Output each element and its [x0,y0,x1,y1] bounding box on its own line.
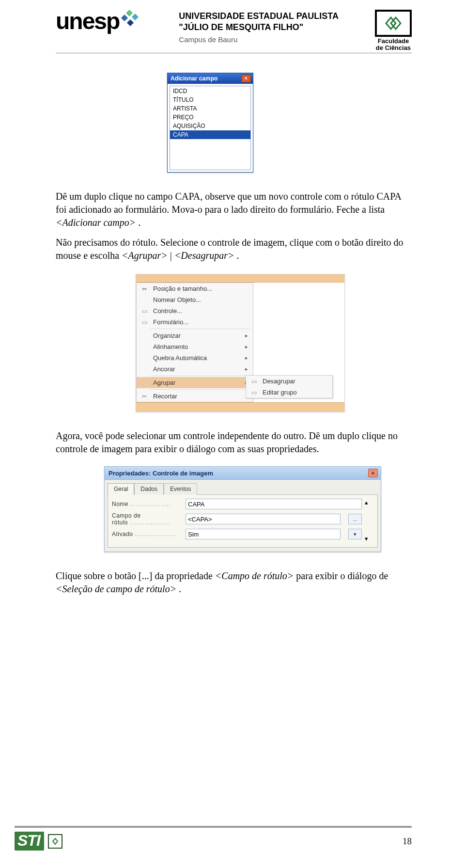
sti-mini-icon [48,834,62,849]
form-bg-strip [136,274,344,283]
position-size-icon: ⇔ [140,285,149,292]
panel-scrollbar[interactable]: ▴ ▾ [365,499,373,542]
chevron-right-icon: ▸ [245,332,248,339]
unesp-wordmark: unesp [56,10,119,33]
page-header: unesp UNIVERSIDADE ESTADUAL PAULISTA "JÚ… [56,10,412,53]
paragraph-1: Dê um duplo clique no campo CAPA, observ… [56,190,412,229]
ativado-input[interactable] [186,531,340,538]
properties-title: Propriedades: Controle de imagem [108,470,213,477]
svg-rect-0 [126,10,133,16]
svg-marker-6 [53,838,58,844]
logo-faculdade: Faculdade de Ciências [375,10,412,51]
italic-ref: <Agrupar> [122,250,168,261]
scroll-down-icon[interactable]: ▾ [365,535,373,542]
menu-separator [150,329,250,329]
context-menu-figure: ⇔ Posição e tamanho... Nomear Objeto... … [136,274,345,412]
list-item[interactable]: IDCD [170,87,250,95]
menu-item-position[interactable]: ⇔ Posição e tamanho... [137,283,253,294]
menu-item-controle[interactable]: ▭ Controle... [137,305,253,316]
menu-item-formulario[interactable]: ▭ Formulário... [137,316,253,328]
prop-select-ativado[interactable] [186,529,341,539]
form-bg-strip [136,402,344,411]
submenu-item-editar-grupo[interactable]: ▭ Editar grupo [246,387,332,398]
italic-ref: <Seleção de campo de rótulo> [56,584,176,594]
prop-label-nome: Nome [112,501,180,507]
menu-separator [150,376,250,376]
menu-item-organizar[interactable]: Organizar ▸ [137,330,253,341]
submenu-item-desagrupar[interactable]: ▭ Desagrupar [246,376,332,387]
list-item[interactable]: ARTISTA [170,104,250,113]
list-item[interactable]: PREÇO [170,113,250,122]
add-field-title: Adicionar campo [170,75,217,82]
paragraph-4: Clique sobre o botão [...] da propriedad… [56,569,412,596]
footer-rule [15,826,412,828]
prop-row-nome: Nome [112,499,362,509]
prop-label-rotulo: Campo de rótulo [112,512,180,526]
page-number: 18 [403,836,412,847]
svg-rect-1 [132,14,139,20]
context-menu[interactable]: ⇔ Posição e tamanho... Nomear Objeto... … [136,283,253,402]
logo-sti: STI [15,832,62,851]
chevron-right-icon: ▸ [245,366,248,372]
add-field-dialog: Adicionar campo × IDCD TÍTULO ARTISTA PR… [167,73,253,173]
menu-item-quebra[interactable]: Quebra Automática ▸ [137,352,253,363]
menu-item-agrupar[interactable]: Agrupar ▸ ▭ Desagrupar ▭ Editar grupo [137,377,253,388]
prop-row-ativado: Ativado ▾ [112,529,362,539]
header-institution: UNIVERSIDADE ESTADUAL PAULISTA "JÚLIO DE… [179,10,339,44]
list-item[interactable]: TÍTULO [170,95,250,104]
paragraph-2: Não precisamos do rótulo. Selecione o co… [56,236,412,262]
menu-item-recortar[interactable]: ✂ Recortar [137,391,253,402]
tab-eventos[interactable]: Eventos [164,483,197,495]
fc-box-icon [375,10,412,37]
rotulo-browse-button[interactable]: ... [348,514,362,524]
menu-item-alinhamento[interactable]: Alinhamento ▸ [137,341,253,352]
logo-unesp: unesp [56,10,142,33]
properties-tabs: Geral Dados Eventos [105,480,381,494]
scroll-up-icon[interactable]: ▴ [365,499,373,506]
chevron-right-icon: ▸ [245,344,248,350]
tab-geral[interactable]: Geral [108,483,134,495]
sti-wordmark: STI [15,832,44,851]
prop-row-rotulo: Campo de rótulo ... [112,512,362,526]
svg-rect-2 [121,15,128,21]
header-line1: UNIVERSIDADE ESTADUAL PAULISTA [179,11,339,22]
header-campus: Campus de Bauru [179,35,339,45]
nome-input[interactable] [186,501,361,508]
dropdown-icon[interactable]: ▾ [348,529,362,539]
submenu-agrupar[interactable]: ▭ Desagrupar ▭ Editar grupo [246,375,333,398]
properties-titlebar[interactable]: Propriedades: Controle de imagem × [105,467,381,480]
italic-ref: <Campo de rótulo> [215,570,294,581]
ungroup-icon: ▭ [249,378,259,385]
paragraph-3: Agora, você pode selecionar um controle … [56,429,412,456]
properties-dialog: Propriedades: Controle de imagem × Geral… [104,466,381,552]
menu-item-nomear[interactable]: Nomear Objeto... [137,294,253,305]
page-footer: STI 18 [0,826,465,851]
fc-text2: de Ciências [375,45,412,51]
rotulo-input[interactable] [186,516,340,523]
chevron-right-icon: ▸ [245,355,248,361]
prop-input-nome[interactable] [186,499,362,509]
tab-panel-geral: Nome Campo de rótulo ... Ativado [108,494,378,548]
list-item[interactable]: AQUISIÇÃO [170,122,250,130]
edit-group-icon: ▭ [249,389,259,396]
prop-label-ativado: Ativado [112,531,180,537]
tab-dados[interactable]: Dados [134,483,164,495]
add-field-titlebar[interactable]: Adicionar campo × [168,73,253,84]
cut-icon: ✂ [140,393,149,400]
menu-separator [150,389,250,390]
close-icon[interactable]: × [241,75,251,82]
fc-text1: Faculdade [375,38,412,45]
control-icon: ▭ [140,308,149,315]
header-line2: "JÚLIO DE MESQUITA FILHO" [179,22,339,33]
form-icon: ▭ [140,319,149,326]
svg-rect-3 [127,19,134,26]
prop-input-rotulo[interactable] [186,514,341,524]
close-icon[interactable]: × [368,469,378,477]
field-listbox[interactable]: IDCD TÍTULO ARTISTA PREÇO AQUISIÇÃO CAPA [170,86,251,170]
menu-item-ancorar[interactable]: Ancorar ▸ [137,363,253,375]
unesp-diamonds-icon [120,10,142,30]
list-item-selected[interactable]: CAPA [170,130,250,139]
italic-ref: <Adicionar campo> [56,217,136,228]
italic-ref: <Desagrupar> [174,250,234,261]
